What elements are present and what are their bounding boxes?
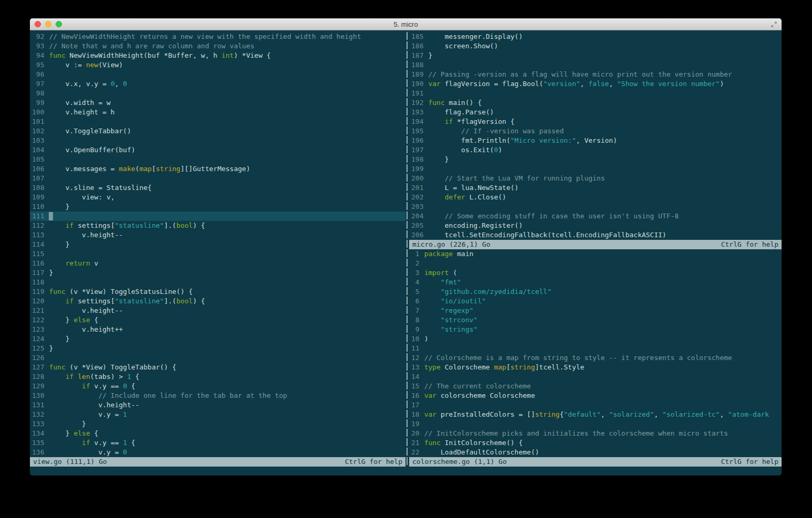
code-line[interactable]: 111 — [30, 212, 405, 221]
code-line[interactable]: 206 tcell.SetEncodingFallback(tcell.Enco… — [409, 230, 782, 240]
code-line[interactable]: 122 } else { — [30, 315, 405, 325]
code-line[interactable]: 128 if len(tabs) > 1 { — [30, 372, 405, 382]
code-line[interactable]: 119func (v *View) ToggleStatusLine() { — [30, 287, 405, 297]
code-line[interactable]: 113 v.height-- — [30, 230, 405, 240]
code-line[interactable]: 126 — [30, 353, 405, 363]
code-line[interactable]: 100 v.height = h — [30, 108, 405, 117]
code-line[interactable]: 196 fmt.Println("Micro version:", Versio… — [409, 136, 782, 145]
code-line[interactable]: 1package main — [409, 249, 782, 259]
code-area-micro-go[interactable]: 185 messenger.Display()186 screen.Show()… — [409, 32, 782, 240]
code-line[interactable]: 193 flag.Parse() — [409, 108, 782, 117]
code-line[interactable]: 16var colorscheme Colorscheme — [409, 391, 782, 400]
code-line[interactable]: 189// Passing -version as a flag will ha… — [409, 70, 782, 79]
code-line[interactable]: 2 — [409, 259, 782, 268]
code-line[interactable]: 116 return v — [30, 259, 405, 268]
code-line[interactable]: 136 v.y = 0 — [30, 448, 405, 457]
code-line[interactable]: 125} — [30, 344, 405, 353]
code-line[interactable]: 15// The current colorscheme — [409, 382, 782, 391]
code-line[interactable]: 132 v.y = 1 — [30, 410, 405, 419]
code-line[interactable]: 201 L = lua.NewState() — [409, 183, 782, 193]
code-line[interactable]: 13type Colorscheme map[string]tcell.Styl… — [409, 363, 782, 372]
code-line[interactable]: 205 encoding.Register() — [409, 221, 782, 230]
vertical-split-divider[interactable] — [405, 32, 409, 475]
code-line[interactable]: 134 } else { — [30, 429, 405, 438]
zoom-button[interactable] — [56, 21, 62, 27]
code-line[interactable]: 194 if *flagVersion { — [409, 117, 782, 126]
close-button[interactable] — [35, 21, 41, 27]
pane-colorscheme-go[interactable]: 1package main23import (4 "fmt"5 "github.… — [409, 249, 782, 467]
code-line[interactable]: 14 — [409, 372, 782, 382]
code-line[interactable]: 131 v.height-- — [30, 400, 405, 410]
code-line[interactable]: 105 — [30, 155, 405, 164]
code-line[interactable]: 192func main() { — [409, 98, 782, 108]
code-area-colorscheme-go[interactable]: 1package main23import (4 "fmt"5 "github.… — [409, 249, 782, 457]
code-line[interactable]: 198 } — [409, 155, 782, 164]
code-line[interactable]: 187} — [409, 51, 782, 60]
code-line[interactable]: 95 v := new(View) — [30, 60, 405, 70]
code-line[interactable]: 190var flagVersion = flag.Bool("version"… — [409, 79, 782, 89]
code-line[interactable]: 110 } — [30, 202, 405, 212]
code-line[interactable]: 127func (v *View) ToggleTabbar() { — [30, 363, 405, 372]
code-line[interactable]: 21func InitColorscheme() { — [409, 438, 782, 448]
code-line[interactable]: 120 if settings["statusline"].(bool) { — [30, 297, 405, 306]
code-line[interactable]: 3import ( — [409, 268, 782, 278]
code-line[interactable]: 96 — [30, 70, 405, 79]
code-line[interactable]: 104 v.OpenBuffer(buf) — [30, 145, 405, 155]
code-line[interactable]: 98 — [30, 89, 405, 98]
code-line[interactable]: 92// NewViewWidthHeight returns a new vi… — [30, 32, 405, 41]
code-line[interactable]: 195 // If -version was passed — [409, 126, 782, 136]
code-line[interactable]: 17 — [409, 400, 782, 410]
code-line[interactable]: 9 "strings" — [409, 325, 782, 334]
code-line[interactable]: 4 "fmt" — [409, 278, 782, 287]
code-line[interactable]: 117} — [30, 268, 405, 278]
code-line[interactable]: 93// Note that w and h are raw column an… — [30, 41, 405, 51]
code-line[interactable]: 109 view: v, — [30, 193, 405, 202]
code-line[interactable]: 97 v.x, v.y = 0, 0 — [30, 79, 405, 89]
code-line[interactable]: 108 v.sline = Statusline{ — [30, 183, 405, 193]
code-line[interactable]: 102 v.ToggleTabbar() — [30, 126, 405, 136]
code-line[interactable]: 20// InitColorscheme picks and initializ… — [409, 429, 782, 438]
code-line[interactable]: 123 v.height++ — [30, 325, 405, 334]
code-line[interactable]: 188 — [409, 60, 782, 70]
code-line[interactable]: 22 LoadDefaultColorscheme() — [409, 448, 782, 457]
code-line[interactable]: 199 — [409, 164, 782, 174]
code-line[interactable]: 204 // Some encoding stuff in case the u… — [409, 212, 782, 221]
code-line[interactable]: 203 — [409, 202, 782, 212]
code-line[interactable]: 114 } — [30, 240, 405, 249]
code-line[interactable]: 7 "regexp" — [409, 306, 782, 315]
code-line[interactable]: 135 if v.y == 1 { — [30, 438, 405, 448]
code-line[interactable]: 115 — [30, 249, 405, 259]
code-line[interactable]: 94func NewViewWidthHeight(buf *Buffer, w… — [30, 51, 405, 60]
code-line[interactable]: 121 v.height-- — [30, 306, 405, 315]
code-line[interactable]: 107 — [30, 174, 405, 183]
code-line[interactable]: 130 // Include one line for the tab bar … — [30, 391, 405, 400]
code-line[interactable]: 99 v.width = w — [30, 98, 405, 108]
code-line[interactable]: 11 — [409, 344, 782, 353]
pane-view-go[interactable]: 92// NewViewWidthHeight returns a new vi… — [30, 32, 405, 467]
code-line[interactable]: 10) — [409, 334, 782, 344]
code-line[interactable]: 106 v.messages = make(map[string][]Gutte… — [30, 164, 405, 174]
code-line[interactable]: 6 "io/ioutil" — [409, 297, 782, 306]
code-line[interactable]: 133 } — [30, 419, 405, 429]
code-line[interactable]: 19 — [409, 419, 782, 429]
minimize-button[interactable] — [45, 21, 51, 27]
code-line[interactable]: 200 // Start the Lua VM for running plug… — [409, 174, 782, 183]
code-line[interactable]: 8 "strconv" — [409, 315, 782, 325]
code-line[interactable]: 103 — [30, 136, 405, 145]
code-line[interactable]: 101 — [30, 117, 405, 126]
code-line[interactable]: 118 — [30, 278, 405, 287]
code-line[interactable]: 129 if v.y == 0 { — [30, 382, 405, 391]
code-area-view-go[interactable]: 92// NewViewWidthHeight returns a new vi… — [30, 32, 405, 457]
code-line[interactable]: 186 screen.Show() — [409, 41, 782, 51]
code-line[interactable]: 197 os.Exit(0) — [409, 145, 782, 155]
titlebar[interactable]: 5. micro — [30, 18, 782, 30]
code-line[interactable]: 12// Colorscheme is a map from string to… — [409, 353, 782, 363]
code-line[interactable]: 18var preInstalledColors = []string{"def… — [409, 410, 782, 419]
code-line[interactable]: 185 messenger.Display() — [409, 32, 782, 41]
code-line[interactable]: 5 "github.com/zyedidia/tcell" — [409, 287, 782, 297]
code-line[interactable]: 202 defer L.Close() — [409, 193, 782, 202]
code-line[interactable]: 191 — [409, 89, 782, 98]
fullscreen-icon[interactable] — [771, 21, 777, 28]
pane-micro-go[interactable]: 185 messenger.Display()186 screen.Show()… — [409, 32, 782, 249]
code-line[interactable]: 124 } — [30, 334, 405, 344]
